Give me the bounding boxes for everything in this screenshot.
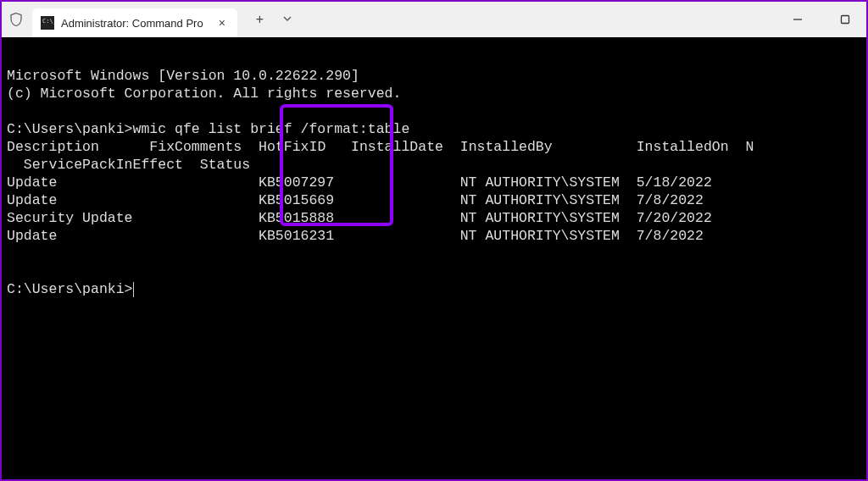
new-tab-button[interactable]: + [248, 7, 272, 32]
minimize-button[interactable] [783, 14, 812, 25]
tab-title: Administrator: Command Pro [61, 17, 203, 30]
banner-line-2: (c) Microsoft Corporation. All rights re… [7, 86, 401, 102]
prompt-path-2: C:\Users\panki> [7, 281, 133, 297]
window-controls [783, 2, 860, 37]
table-header-wrap: ServicePackInEffect Status [7, 157, 250, 173]
table-row: Update KB5007297 NT AUTHORITY\SYSTEM 5/1… [7, 174, 712, 191]
shield-icon [8, 11, 24, 28]
cursor [133, 282, 135, 297]
maximize-button[interactable] [831, 14, 860, 25]
table-row: Security Update KB5015888 NT AUTHORITY\S… [7, 210, 712, 226]
terminal-body[interactable]: Microsoft Windows [Version 10.0.22622.29… [2, 37, 866, 328]
tab-dropdown-button[interactable] [277, 7, 298, 32]
command-text: wmic qfe list brief /format:table [133, 121, 410, 137]
tab-command-prompt[interactable]: Administrator: Command Pro × [32, 8, 237, 37]
terminal-icon [41, 16, 54, 30]
titlebar: Administrator: Command Pro × + [2, 2, 866, 37]
svg-rect-1 [842, 16, 849, 24]
table-header-row: Description FixComments HotFixID Install… [7, 139, 754, 155]
prompt-path: C:\Users\panki> [7, 121, 133, 137]
table-row: Update KB5015669 NT AUTHORITY\SYSTEM 7/8… [7, 192, 704, 208]
close-tab-button[interactable]: × [219, 16, 225, 30]
table-row: Update KB5016231 NT AUTHORITY\SYSTEM 7/8… [7, 228, 704, 244]
banner-line-1: Microsoft Windows [Version 10.0.22622.29… [7, 68, 359, 84]
